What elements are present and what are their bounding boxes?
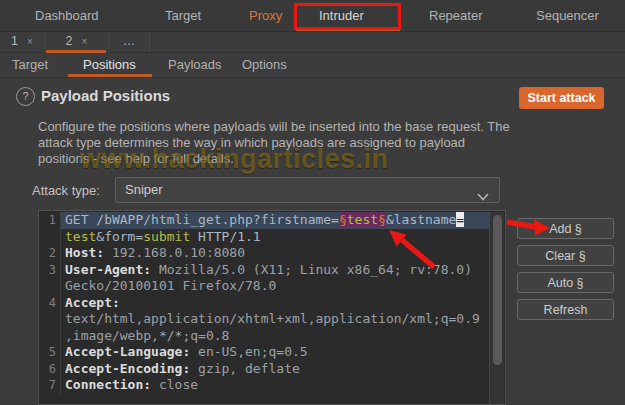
editor-row: 2Host: 192.168.0.10:8080: [39, 245, 490, 262]
editor-row: 3User-Agent: Mozilla/5.0 (X11; Linux x86…: [39, 262, 490, 279]
code-segment: Mozilla/5.0 (X11; Linux x86_64; rv:78.0): [151, 262, 472, 277]
request-editor-rows: 1GET /bWAPP/htmli_get.php?firstname=§tes…: [39, 212, 490, 394]
editor-line-text[interactable]: test&form=submit HTTP/1.1: [61, 229, 490, 246]
editor-line-text[interactable]: User-Agent: Mozilla/5.0 (X11; Linux x86_…: [61, 262, 490, 279]
editor-line-text[interactable]: Connection: close: [61, 377, 490, 394]
intruder-selected-underline: [296, 28, 400, 31]
attack-type-label: Attack type:: [32, 183, 100, 198]
editor-row: 1GET /bWAPP/htmli_get.php?firstname=§tes…: [39, 212, 490, 229]
editor-line-text[interactable]: Accept-Encoding: gzip, deflate: [61, 361, 490, 378]
line-number: [39, 278, 61, 295]
line-number: 7: [39, 377, 61, 394]
payload-position-marker: §: [378, 212, 386, 227]
code-segment: Accept-Language:: [65, 344, 190, 359]
main-nav-bar: Dashboard Target Proxy Intruder Repeater…: [0, 0, 625, 32]
code-segment: en-US,en;q=0.5: [190, 344, 307, 359]
nav-tab-proxy[interactable]: Proxy: [249, 0, 282, 31]
code-segment: Accept:: [65, 295, 120, 310]
clear-marker-button[interactable]: Clear §: [517, 245, 614, 266]
editor-line-text[interactable]: text/html,application/xhtml+xml,applicat…: [61, 311, 490, 328]
editor-scrollbar[interactable]: [489, 212, 504, 405]
code-segment: &lastname: [386, 212, 456, 227]
refresh-button[interactable]: Refresh: [517, 299, 614, 320]
line-number: 6: [39, 361, 61, 378]
code-segment: submit: [143, 229, 190, 244]
editor-row: test&form=submit HTTP/1.1: [39, 229, 490, 246]
nav-tab-dashboard[interactable]: Dashboard: [35, 0, 99, 31]
code-segment: Host:: [65, 245, 104, 260]
line-number: [39, 328, 61, 345]
editor-line-text[interactable]: ,image/webp,*/*;q=0.8: [61, 328, 490, 345]
line-number: 5: [39, 344, 61, 361]
description-line: positions - see help for full details.: [38, 151, 510, 167]
code-segment: test: [65, 229, 96, 244]
close-icon[interactable]: ×: [27, 36, 33, 47]
nav-tab-sequencer[interactable]: Sequencer: [536, 0, 599, 31]
line-number: 4: [39, 295, 61, 312]
page-title: Payload Positions: [41, 87, 170, 104]
positions-selected-underline: [68, 74, 152, 77]
line-number: [39, 229, 61, 246]
description-line: Configure the positions where payloads w…: [38, 119, 510, 135]
add-marker-button[interactable]: Add §: [517, 218, 614, 239]
editor-line-text[interactable]: Accept-Language: en-US,en;q=0.5: [61, 344, 490, 361]
nav-tab-intruder[interactable]: Intruder: [319, 0, 364, 31]
description-line: attack type determines the way in which …: [38, 135, 510, 151]
editor-row: ,image/webp,*/*;q=0.8: [39, 328, 490, 345]
sub-tab-payloads[interactable]: Payloads: [168, 53, 221, 77]
line-number: 3: [39, 262, 61, 279]
code-segment: GET /bWAPP/htmli_get.php?firstname=: [65, 212, 339, 227]
nav-tab-target[interactable]: Target: [165, 0, 201, 31]
code-segment: Connection:: [65, 377, 151, 392]
attack-tab-2-label: 2: [66, 34, 73, 48]
code-segment: Gecko/20100101 Firefox/78.0: [65, 278, 276, 293]
editor-line-text[interactable]: Host: 192.168.0.10:8080: [61, 245, 490, 262]
chevron-down-icon: [477, 187, 489, 205]
intruder-sub-tabs: Target Positions Payloads Options: [0, 53, 625, 78]
editor-row: text/html,application/xhtml+xml,applicat…: [39, 311, 490, 328]
code-segment: gzip, deflate: [190, 361, 300, 376]
payload-position-marker: test: [347, 212, 378, 227]
editor-line-text[interactable]: GET /bWAPP/htmli_get.php?firstname=§test…: [61, 212, 490, 229]
payload-position-marker: §: [339, 212, 347, 227]
code-segment: &form=: [96, 229, 143, 244]
code-segment: close: [151, 377, 198, 392]
intruder-attack-tabs: 1× 2× …: [0, 32, 625, 53]
request-editor[interactable]: 1GET /bWAPP/htmli_get.php?firstname=§tes…: [38, 210, 506, 405]
code-segment: Accept-Encoding:: [65, 361, 190, 376]
close-icon[interactable]: ×: [82, 36, 88, 47]
attack-tab-2[interactable]: 2×: [45, 32, 109, 52]
sub-tab-options[interactable]: Options: [242, 53, 287, 77]
help-icon[interactable]: ?: [16, 87, 35, 106]
attack-type-dropdown[interactable]: Sniper: [115, 177, 500, 203]
editor-row: Gecko/20100101 Firefox/78.0: [39, 278, 490, 295]
line-number: 1: [39, 212, 61, 229]
code-segment: 192.168.0.10:8080: [104, 245, 245, 260]
scrollbar-thumb[interactable]: [493, 215, 502, 365]
sub-tab-target[interactable]: Target: [12, 53, 48, 77]
editor-row: 4Accept:: [39, 295, 490, 312]
attack-tab-1[interactable]: 1×: [0, 32, 45, 52]
nav-tab-repeater[interactable]: Repeater: [429, 0, 482, 31]
attack-tab-more[interactable]: …: [109, 32, 150, 52]
attack-type-value: Sniper: [125, 182, 163, 197]
editor-line-text[interactable]: Accept:: [61, 295, 490, 312]
code-segment: User-Agent:: [65, 262, 151, 277]
start-attack-button[interactable]: Start attack: [519, 87, 604, 109]
code-segment: text/html,application/xhtml+xml,applicat…: [65, 311, 480, 326]
editor-row: 5Accept-Language: en-US,en;q=0.5: [39, 344, 490, 361]
editor-row: 6Accept-Encoding: gzip, deflate: [39, 361, 490, 378]
editor-line-text[interactable]: Gecko/20100101 Firefox/78.0: [61, 278, 490, 295]
code-segment: HTTP/1.1: [190, 229, 260, 244]
line-number: [39, 311, 61, 328]
burp-suite-window: Dashboard Target Proxy Intruder Repeater…: [0, 0, 625, 405]
attack-tab-1-label: 1: [11, 34, 18, 48]
description-text: Configure the positions where payloads w…: [38, 119, 510, 167]
line-number: 2: [39, 245, 61, 262]
auto-marker-button[interactable]: Auto §: [517, 272, 614, 293]
code-segment: ,image/webp,*/*;q=0.8: [65, 328, 229, 343]
editor-row: 7Connection: close: [39, 377, 490, 394]
code-segment: =: [456, 212, 464, 227]
